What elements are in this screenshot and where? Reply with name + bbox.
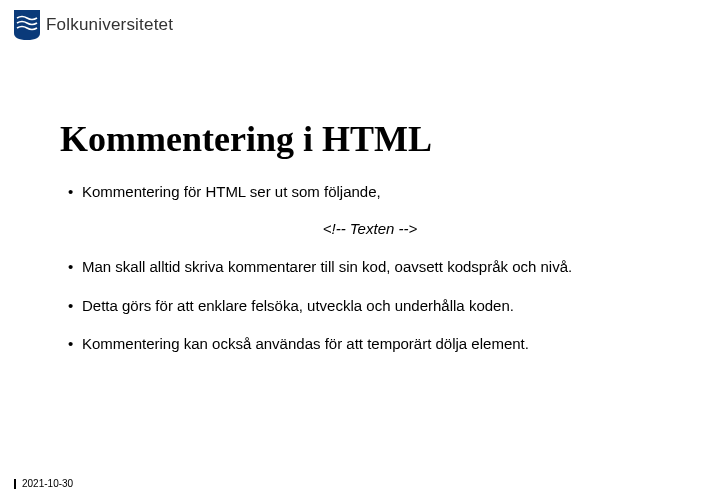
- list-item: Kommentering kan också användas för att …: [60, 334, 680, 354]
- brand: Folkuniversitetet: [14, 10, 173, 40]
- slide: Folkuniversitetet Kommentering i HTML Ko…: [0, 0, 720, 501]
- list-item: Kommentering för HTML ser ut som följand…: [60, 182, 680, 202]
- brand-name: Folkuniversitetet: [46, 15, 173, 35]
- brand-logo-icon: [14, 10, 40, 40]
- bullet-list: Kommentering för HTML ser ut som följand…: [60, 182, 680, 202]
- bullet-list: Man skall alltid skriva kommentarer till…: [60, 257, 680, 354]
- footer-date: 2021-10-30: [14, 479, 73, 489]
- content: Kommentering i HTML Kommentering för HTM…: [60, 118, 680, 372]
- list-item: Man skall alltid skriva kommentarer till…: [60, 257, 680, 277]
- code-example: <!-- Texten -->: [60, 220, 680, 237]
- page-title: Kommentering i HTML: [60, 118, 680, 160]
- list-item: Detta görs för att enklare felsöka, utve…: [60, 296, 680, 316]
